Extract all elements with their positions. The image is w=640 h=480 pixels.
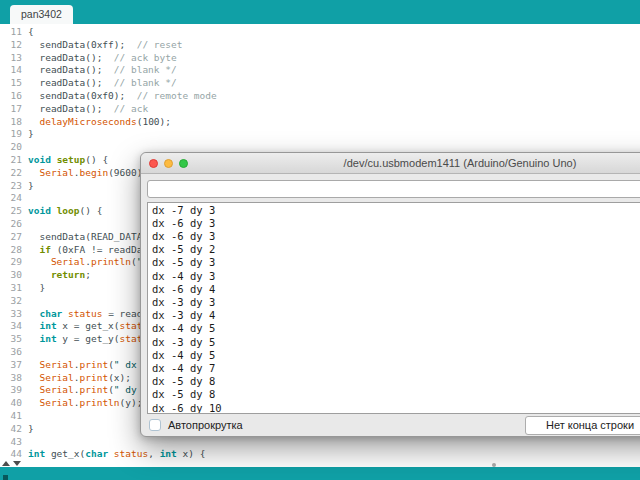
code-text	[22, 436, 28, 449]
code-text: sendData(0xff); // reset	[22, 39, 182, 52]
line-number: 44	[0, 448, 22, 461]
line-number: 20	[0, 141, 22, 154]
line-number: 15	[0, 77, 22, 90]
line-number: 19	[0, 128, 22, 141]
line-number: 37	[0, 359, 22, 372]
code-line: 17 readData(); // ack	[0, 103, 640, 116]
line-number: 35	[0, 333, 22, 346]
code-text: }	[22, 423, 34, 436]
serial-output-line: dx -4 dy 7	[152, 362, 640, 375]
window-title: /dev/cu.usbmodem1411 (Arduino/Genuino Un…	[141, 153, 640, 174]
line-number: 29	[0, 256, 22, 269]
code-text	[22, 141, 28, 154]
serial-output-line: dx -7 dy 3	[152, 204, 640, 217]
code-text: readData(); // blank */	[22, 64, 177, 77]
serial-output-line: dx -5 dy 8	[152, 388, 640, 401]
line-number: 26	[0, 218, 22, 231]
serial-output-line: dx -5 dy 8	[152, 375, 640, 388]
line-number: 39	[0, 384, 22, 397]
code-line: 18 delayMicroseconds(100);	[0, 116, 640, 129]
line-number: 27	[0, 231, 22, 244]
code-line: 14 readData(); // blank */	[0, 64, 640, 77]
scroll-down-icon[interactable]	[13, 461, 21, 466]
serial-monitor-window: /dev/cu.usbmodem1411 (Arduino/Genuino Un…	[140, 152, 640, 437]
code-text: return;	[22, 269, 91, 282]
serial-output-line: dx -4 dy 5	[152, 322, 640, 335]
serial-output-line: dx -4 dy 5	[152, 349, 640, 362]
code-text: int x = get_x(stat	[22, 320, 142, 333]
code-line: 11{	[0, 26, 640, 39]
line-number: 38	[0, 372, 22, 385]
serial-monitor-bottom-bar: Автопрокрутка Нет конца строки	[141, 414, 640, 437]
code-text: delayMicroseconds(100);	[22, 116, 171, 129]
line-number: 13	[0, 52, 22, 65]
serial-output-line: dx -3 dy 5	[152, 336, 640, 349]
code-text: }	[22, 180, 34, 193]
tab-label: pan3402	[21, 8, 62, 20]
line-ending-select[interactable]: Нет конца строки	[525, 416, 640, 435]
code-line: 15 readData(); // blank */	[0, 77, 640, 90]
line-number: 25	[0, 205, 22, 218]
line-number: 28	[0, 244, 22, 257]
line-number: 14	[0, 64, 22, 77]
line-number: 40	[0, 397, 22, 410]
code-text	[22, 192, 28, 205]
line-number: 41	[0, 410, 22, 423]
code-text: void loop() {	[22, 205, 102, 218]
line-number: 17	[0, 103, 22, 116]
line-ending-value: Нет конца строки	[546, 419, 634, 431]
code-text: Serial.println("	[22, 256, 142, 269]
autoscroll-control: Автопрокрутка	[149, 419, 243, 431]
code-line: 44int get_x(char status, int x) {	[0, 448, 640, 461]
autoscroll-label: Автопрокрутка	[168, 419, 243, 431]
code-text	[22, 410, 28, 423]
line-number: 32	[0, 295, 22, 308]
serial-send-input[interactable]	[147, 180, 640, 198]
scroll-up-icon[interactable]	[2, 461, 10, 466]
serial-output-line: dx -6 dy 10	[152, 402, 640, 414]
status-line-indicator	[3, 475, 8, 480]
code-text: Serial.println(y);	[22, 397, 142, 410]
serial-monitor-titlebar[interactable]: /dev/cu.usbmodem1411 (Arduino/Genuino Un…	[141, 153, 640, 174]
editor-tab-bar: pan3402	[0, 0, 640, 24]
zoom-button[interactable]	[179, 159, 188, 168]
serial-output-line: dx -6 dy 3	[152, 230, 640, 243]
serial-output-line: dx -6 dy 3	[152, 217, 640, 230]
ide-status-bar	[0, 467, 640, 480]
line-number: 31	[0, 282, 22, 295]
code-text: {	[22, 26, 34, 39]
code-text: readData(); // blank */	[22, 77, 177, 90]
tab-sketch[interactable]: pan3402	[10, 5, 73, 24]
line-number: 23	[0, 180, 22, 193]
arduino-ide-window: pan3402 11{12 sendData(0xff); // reset13…	[0, 0, 640, 480]
code-text	[22, 346, 28, 359]
serial-input-row	[141, 174, 640, 202]
line-number: 22	[0, 167, 22, 180]
line-number: 12	[0, 39, 22, 52]
code-text: Serial.print(x);	[22, 372, 131, 385]
serial-output-line: dx -3 dy 3	[152, 296, 640, 309]
close-button[interactable]	[149, 159, 158, 168]
code-text: }	[22, 282, 45, 295]
code-text: int get_x(char status, int x) {	[22, 448, 205, 461]
minimize-button[interactable]	[164, 159, 173, 168]
line-number: 34	[0, 320, 22, 333]
autoscroll-checkbox[interactable]	[149, 419, 161, 431]
code-text: sendData(0xf0); // remote mode	[22, 90, 217, 103]
code-text: readData(); // ack byte	[22, 52, 177, 65]
line-number: 36	[0, 346, 22, 359]
line-number: 42	[0, 423, 22, 436]
code-line: 19}	[0, 128, 640, 141]
code-line: 12 sendData(0xff); // reset	[0, 39, 640, 52]
serial-output[interactable]: dx -7 dy 3dx -6 dy 3dx -6 dy 3dx -5 dy 2…	[147, 202, 640, 414]
serial-output-line: dx -6 dy 4	[152, 283, 640, 296]
code-line: 16 sendData(0xf0); // remote mode	[0, 90, 640, 103]
code-line: 43	[0, 436, 640, 449]
serial-output-line: dx -4 dy 3	[152, 270, 640, 283]
serial-output-line: dx -5 dy 2	[152, 243, 640, 256]
code-text: int y = get_y(stat	[22, 333, 142, 346]
code-text: Serial.begin(9600)	[22, 167, 142, 180]
code-text: sendData(READ_DATA	[22, 231, 142, 244]
code-text: void setup() {	[22, 154, 108, 167]
line-number: 21	[0, 154, 22, 167]
